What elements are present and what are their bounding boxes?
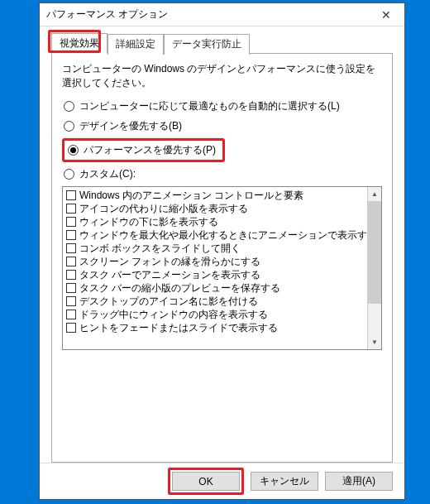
option-row[interactable]: ウィンドウを最大化や最小化するときにアニメーションで表示する [64,228,366,242]
ok-button[interactable]: OK [172,472,240,491]
options-list[interactable]: Windows 内のアニメーション コントロールと要素アイコンの代わりに縮小版を… [63,187,367,349]
option-label: ウィンドウを最大化や最小化するときにアニメーションで表示する [79,228,367,242]
option-label: タスク バーでアニメーションを表示する [79,268,260,281]
option-row[interactable]: タスク バーでアニメーションを表示する [64,268,366,281]
tab-strip: 視覚効果 詳細設定 データ実行防止 [51,33,393,54]
scroll-down-icon[interactable]: ▼ [368,335,381,349]
apply-button[interactable]: 適用(A) [325,472,393,491]
checkbox-icon [66,283,76,293]
client-area: 視覚効果 詳細設定 データ実行防止 コンピューターの Windows のデザイン… [40,26,404,463]
radio-icon [64,121,74,132]
window-title: パフォーマンス オプション [46,7,168,22]
checkbox-icon [66,310,76,319]
option-label: デスクトップのアイコン名に影を付ける [79,295,258,308]
dialog-window: パフォーマンス オプション ✕ 視覚効果 詳細設定 データ実行防止 コンピュータ… [39,2,405,500]
scroll-thumb[interactable] [368,201,381,305]
radio-auto[interactable]: コンピューターに応じて最適なものを自動的に選択する(L) [62,98,382,114]
option-label: ヒントをフェードまたはスライドで表示する [79,321,278,334]
radio-icon [68,145,79,156]
radio-icon [64,101,74,112]
option-label: アイコンの代わりに縮小版を表示する [79,202,248,215]
tab-visual-effects[interactable]: 視覚効果 [51,33,108,54]
close-button[interactable]: ✕ [368,3,404,26]
titlebar: パフォーマンス オプション ✕ [40,3,404,26]
checkbox-icon [66,257,76,266]
checkbox-icon [66,243,76,253]
option-row[interactable]: スクリーン フォントの縁を滑らかにする [64,255,366,268]
radio-label: コンピューターに応じて最適なものを自動的に選択する(L) [79,99,340,113]
radio-label: デザインを優先する(B) [79,119,182,133]
radio-performance[interactable]: パフォーマンスを優先する(P) [66,142,217,158]
option-row[interactable]: コンボ ボックスをスライドして開く [64,242,366,255]
close-icon: ✕ [381,8,391,22]
option-label: ウィンドウの下に影を表示する [79,215,218,228]
option-row[interactable]: ヒントをフェードまたはスライドで表示する [64,321,366,334]
option-label: Windows 内のアニメーション コントロールと要素 [79,189,303,202]
checkbox-icon [66,296,76,306]
tab-panel-visual: コンピューターの Windows のデザインとパフォーマンスに使う設定を選択して… [51,53,393,463]
radio-label: カスタム(C): [79,167,136,181]
checkbox-icon [66,270,76,280]
checkbox-icon [66,323,76,333]
option-row[interactable]: ウィンドウの下に影を表示する [64,215,366,228]
radio-design[interactable]: デザインを優先する(B) [62,118,382,134]
option-row[interactable]: タスク バーの縮小版のプレビューを保存する [64,281,366,295]
button-row: OK キャンセル 適用(A) [40,463,404,499]
highlight-radio-perf: パフォーマンスを優先する(P) [62,138,225,162]
description-text: コンピューターの Windows のデザインとパフォーマンスに使う設定を選択して… [62,62,382,90]
tab-dep[interactable]: データ実行防止 [164,34,250,55]
checkbox-icon [66,204,76,214]
cancel-button[interactable]: キャンセル [251,472,318,491]
checkbox-icon [66,217,76,227]
highlight-ok-button: OK [168,468,244,495]
option-row[interactable]: Windows 内のアニメーション コントロールと要素 [64,189,366,202]
options-listbox: Windows 内のアニメーション コントロールと要素アイコンの代わりに縮小版を… [62,186,382,350]
option-label: ドラッグ中にウィンドウの内容を表示する [79,308,268,321]
radio-icon [64,169,74,180]
checkbox-icon [66,190,76,200]
option-label: スクリーン フォントの縁を滑らかにする [79,255,260,268]
option-row[interactable]: デスクトップのアイコン名に影を付ける [64,295,366,308]
radio-label: パフォーマンスを優先する(P) [84,143,216,157]
option-row[interactable]: ドラッグ中にウィンドウの内容を表示する [64,308,366,321]
option-label: コンボ ボックスをスライドして開く [79,242,241,255]
option-row[interactable]: アイコンの代わりに縮小版を表示する [64,202,366,215]
option-label: タスク バーの縮小版のプレビューを保存する [79,281,280,295]
scrollbar[interactable]: ▲ ▼ [367,187,381,349]
checkbox-icon [66,230,76,240]
scroll-up-icon[interactable]: ▲ [368,187,381,201]
tab-advanced[interactable]: 詳細設定 [108,34,164,55]
radio-custom[interactable]: カスタム(C): [62,166,382,182]
